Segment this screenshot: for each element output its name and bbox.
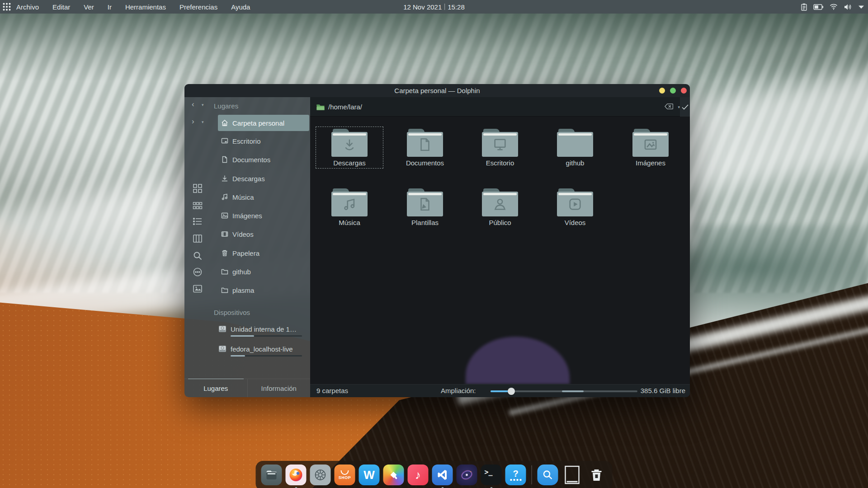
dock-separator bbox=[532, 465, 532, 484]
dock-writer-app[interactable]: W bbox=[359, 465, 380, 485]
sidebar-device-fedora-localhost-live[interactable]: fedora_localhost-live bbox=[218, 344, 309, 357]
dock-music-app[interactable]: ♪ bbox=[408, 465, 429, 485]
maximize-button[interactable] bbox=[670, 88, 676, 94]
menu-ver[interactable]: Ver bbox=[84, 3, 94, 11]
music-note-glyph: ♪ bbox=[415, 468, 421, 482]
menu-archivo[interactable]: Archivo bbox=[16, 3, 39, 11]
columns-view-icon[interactable] bbox=[193, 234, 203, 244]
menu-herramientas[interactable]: Herramientas bbox=[125, 3, 166, 11]
dock-orbit-app[interactable] bbox=[457, 465, 477, 485]
menu-editar[interactable]: Editar bbox=[52, 3, 70, 11]
trash-icon bbox=[221, 249, 228, 257]
dock-software-store[interactable]: SHOP bbox=[335, 465, 355, 485]
sidebar-item-documentos[interactable]: Documentos bbox=[218, 151, 309, 168]
place-label: Escritorio bbox=[232, 137, 261, 145]
place-label: plasma bbox=[232, 286, 254, 294]
folder-icon bbox=[557, 129, 593, 157]
details-view-icon[interactable] bbox=[193, 216, 203, 226]
firefox-icon bbox=[288, 467, 304, 483]
folder-item-publico[interactable]: Público bbox=[466, 186, 534, 228]
search-icon[interactable] bbox=[193, 251, 203, 261]
folder-item-documentos[interactable]: Documentos bbox=[391, 127, 459, 169]
folder-item-musica[interactable]: Música bbox=[316, 186, 383, 228]
folder-item-imagenes[interactable]: Imágenes bbox=[617, 127, 684, 169]
sidebar-item-musica[interactable]: Música bbox=[218, 189, 309, 205]
desktop-icon bbox=[221, 137, 228, 145]
forward-dropdown-icon[interactable]: ▾ bbox=[202, 120, 204, 124]
dock-show-desktop[interactable] bbox=[562, 465, 583, 485]
accept-location-button[interactable] bbox=[680, 97, 690, 117]
compact-view-icon[interactable] bbox=[193, 201, 203, 211]
icon-view[interactable]: Descargas Documentos bbox=[310, 117, 690, 384]
zoom-slider-handle[interactable] bbox=[508, 388, 515, 395]
sidebar-item-papelera[interactable]: Papelera bbox=[218, 245, 309, 261]
clipboard-icon[interactable] bbox=[801, 3, 807, 11]
dock-paint-app[interactable] bbox=[383, 465, 404, 485]
image-icon bbox=[221, 212, 228, 219]
dock-help-app[interactable]: ? bbox=[505, 465, 526, 485]
sidebar-item-descargas[interactable]: Descargas bbox=[218, 170, 309, 187]
dock-vscode[interactable] bbox=[432, 465, 453, 485]
forward-button[interactable]: › bbox=[192, 117, 194, 126]
sidebar-item-imagenes[interactable]: Imágenes bbox=[218, 207, 309, 224]
folder-item-descargas[interactable]: Descargas bbox=[316, 127, 383, 169]
dock-trash[interactable] bbox=[586, 465, 607, 485]
terminal-prompt-glyph: >_ bbox=[485, 468, 493, 476]
sidebar-item-carpeta-personal[interactable]: Carpeta personal bbox=[218, 115, 309, 131]
file-manager-icon bbox=[265, 468, 278, 482]
devices-header: Dispositivos bbox=[214, 309, 250, 316]
window-titlebar[interactable]: Carpeta personal — Dolphin bbox=[184, 84, 690, 97]
menu-ir[interactable]: Ir bbox=[108, 3, 112, 11]
back-button[interactable]: ‹ bbox=[192, 100, 194, 109]
device-label: Unidad interna de 1… bbox=[231, 325, 297, 333]
wifi-icon[interactable] bbox=[830, 4, 838, 10]
dock-firefox[interactable] bbox=[286, 465, 307, 485]
volume-icon[interactable] bbox=[844, 4, 852, 10]
more-options-icon[interactable] bbox=[193, 267, 203, 277]
dock-file-manager[interactable] bbox=[261, 465, 282, 485]
folder-label: github bbox=[542, 159, 609, 167]
folder-icon bbox=[221, 286, 228, 294]
folder-item-plantillas[interactable]: Plantillas bbox=[391, 186, 459, 228]
clock[interactable]: 12 Nov 2021 15:28 bbox=[403, 0, 465, 14]
places-header: Lugares bbox=[214, 102, 238, 110]
folder-item-videos[interactable]: Vídeos bbox=[541, 186, 609, 228]
sidebar-item-videos[interactable]: Vídeos bbox=[218, 226, 309, 242]
minimize-button[interactable] bbox=[659, 88, 665, 94]
menu-ayuda[interactable]: Ayuda bbox=[231, 3, 250, 11]
icons-view-icon[interactable] bbox=[193, 183, 203, 193]
dock-terminal[interactable]: >_ bbox=[481, 465, 502, 485]
folder-icon bbox=[557, 188, 593, 216]
menu-preferencias[interactable]: Preferencias bbox=[179, 3, 217, 11]
back-dropdown-icon[interactable]: ▾ bbox=[202, 103, 204, 107]
folder-item-escritorio[interactable]: Escritorio bbox=[466, 127, 534, 169]
sidebar-item-github[interactable]: github bbox=[218, 263, 309, 280]
sidebar-item-escritorio[interactable]: Escritorio bbox=[218, 133, 309, 149]
zoom-slider[interactable] bbox=[491, 390, 637, 392]
sidebar-item-plasma[interactable]: plasma bbox=[218, 282, 309, 298]
folder-icon bbox=[407, 129, 443, 157]
chevron-down-icon[interactable] bbox=[858, 5, 864, 9]
gear-icon bbox=[313, 468, 328, 482]
dock-system-settings[interactable] bbox=[310, 465, 331, 485]
folder-item-github[interactable]: github bbox=[541, 127, 609, 169]
preview-icon[interactable] bbox=[193, 284, 203, 294]
folder-icon bbox=[407, 188, 443, 216]
clear-text-icon[interactable] bbox=[665, 103, 673, 111]
sidebar-device-internal-drive[interactable]: Unidad interna de 1… bbox=[218, 324, 309, 337]
battery-icon[interactable] bbox=[813, 4, 823, 10]
shop-label: SHOP bbox=[339, 475, 351, 480]
location-bar[interactable]: /home/lara/ ▾ bbox=[310, 97, 690, 117]
menu-items: Archivo Editar Ver Ir Herramientas Prefe… bbox=[16, 3, 250, 11]
clock-time: 15:28 bbox=[448, 3, 465, 11]
dock-search-app[interactable] bbox=[538, 465, 558, 485]
close-button[interactable] bbox=[681, 88, 687, 94]
app-launcher-grid-icon[interactable] bbox=[0, 0, 14, 14]
user-glyph-icon bbox=[492, 197, 508, 212]
w-label: W bbox=[363, 468, 375, 482]
folder-label: Escritorio bbox=[467, 159, 533, 167]
location-path[interactable]: /home/lara/ bbox=[328, 103, 362, 111]
tab-informacion[interactable]: Información bbox=[247, 379, 311, 397]
tab-lugares[interactable]: Lugares bbox=[184, 379, 247, 397]
download-icon bbox=[221, 175, 228, 182]
